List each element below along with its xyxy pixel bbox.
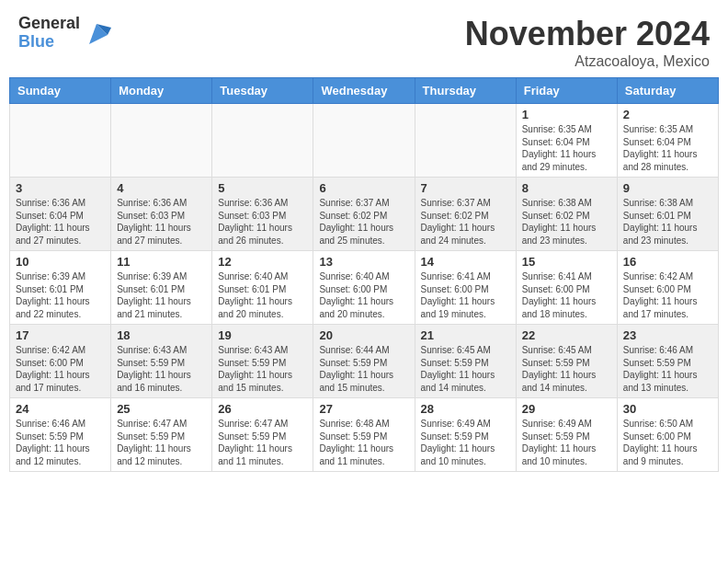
title-block: November 2024 Atzacoaloya, Mexico bbox=[465, 15, 710, 70]
day-number: 7 bbox=[421, 181, 510, 195]
table-row: 22Sunrise: 6:45 AM Sunset: 5:59 PM Dayli… bbox=[516, 325, 617, 398]
table-row: 3Sunrise: 6:36 AM Sunset: 6:04 PM Daylig… bbox=[10, 178, 111, 251]
table-row: 21Sunrise: 6:45 AM Sunset: 5:59 PM Dayli… bbox=[415, 325, 516, 398]
calendar-week-row: 24Sunrise: 6:46 AM Sunset: 5:59 PM Dayli… bbox=[10, 398, 719, 472]
day-info: Sunrise: 6:42 AM Sunset: 6:00 PM Dayligh… bbox=[623, 270, 712, 320]
day-info: Sunrise: 6:46 AM Sunset: 5:59 PM Dayligh… bbox=[16, 418, 105, 467]
table-row: 18Sunrise: 6:43 AM Sunset: 5:59 PM Dayli… bbox=[111, 325, 212, 398]
day-info: Sunrise: 6:48 AM Sunset: 5:59 PM Dayligh… bbox=[319, 418, 408, 467]
page-container: General Blue November 2024 Atzacoaloya, … bbox=[0, 0, 728, 472]
day-number: 5 bbox=[218, 181, 307, 195]
day-number: 16 bbox=[623, 255, 712, 269]
day-info: Sunrise: 6:40 AM Sunset: 6:00 PM Dayligh… bbox=[319, 270, 408, 320]
day-number: 21 bbox=[421, 328, 510, 342]
table-row bbox=[313, 104, 415, 178]
day-number: 6 bbox=[319, 181, 408, 195]
col-monday: Monday bbox=[111, 78, 212, 104]
day-number: 9 bbox=[623, 181, 712, 195]
col-wednesday: Wednesday bbox=[313, 78, 415, 104]
day-info: Sunrise: 6:46 AM Sunset: 5:59 PM Dayligh… bbox=[623, 344, 712, 394]
day-number: 29 bbox=[522, 402, 611, 416]
header: General Blue November 2024 Atzacoaloya, … bbox=[0, 0, 728, 77]
col-sunday: Sunday bbox=[10, 78, 111, 104]
day-info: Sunrise: 6:36 AM Sunset: 6:03 PM Dayligh… bbox=[218, 197, 307, 247]
day-info: Sunrise: 6:37 AM Sunset: 6:02 PM Dayligh… bbox=[421, 197, 510, 247]
logo-icon bbox=[82, 18, 111, 48]
day-number: 2 bbox=[623, 108, 712, 121]
day-number: 3 bbox=[16, 181, 105, 195]
table-row: 16Sunrise: 6:42 AM Sunset: 6:00 PM Dayli… bbox=[617, 251, 718, 325]
day-number: 20 bbox=[319, 328, 408, 342]
table-row: 1Sunrise: 6:35 AM Sunset: 6:04 PM Daylig… bbox=[516, 104, 617, 178]
logo-text: General Blue bbox=[18, 15, 80, 52]
table-row: 28Sunrise: 6:49 AM Sunset: 5:59 PM Dayli… bbox=[415, 398, 516, 472]
day-number: 24 bbox=[16, 402, 105, 416]
table-row: 7Sunrise: 6:37 AM Sunset: 6:02 PM Daylig… bbox=[415, 178, 516, 251]
day-info: Sunrise: 6:43 AM Sunset: 5:59 PM Dayligh… bbox=[218, 344, 307, 394]
table-row: 5Sunrise: 6:36 AM Sunset: 6:03 PM Daylig… bbox=[212, 178, 313, 251]
table-row: 30Sunrise: 6:50 AM Sunset: 6:00 PM Dayli… bbox=[617, 398, 718, 472]
day-number: 10 bbox=[16, 255, 105, 269]
day-number: 22 bbox=[522, 328, 611, 342]
col-tuesday: Tuesday bbox=[212, 78, 313, 104]
table-row: 11Sunrise: 6:39 AM Sunset: 6:01 PM Dayli… bbox=[111, 251, 212, 325]
calendar-week-row: 17Sunrise: 6:42 AM Sunset: 6:00 PM Dayli… bbox=[10, 325, 719, 398]
table-row bbox=[10, 104, 111, 178]
table-row: 14Sunrise: 6:41 AM Sunset: 6:00 PM Dayli… bbox=[415, 251, 516, 325]
day-info: Sunrise: 6:47 AM Sunset: 5:59 PM Dayligh… bbox=[117, 418, 206, 467]
day-info: Sunrise: 6:44 AM Sunset: 5:59 PM Dayligh… bbox=[319, 344, 408, 394]
day-number: 17 bbox=[16, 328, 105, 342]
calendar-week-row: 10Sunrise: 6:39 AM Sunset: 6:01 PM Dayli… bbox=[10, 251, 719, 325]
day-number: 27 bbox=[319, 402, 408, 416]
calendar: Sunday Monday Tuesday Wednesday Thursday… bbox=[9, 77, 719, 472]
calendar-week-row: 3Sunrise: 6:36 AM Sunset: 6:04 PM Daylig… bbox=[10, 178, 719, 251]
day-number: 8 bbox=[522, 181, 611, 195]
table-row bbox=[212, 104, 313, 178]
day-info: Sunrise: 6:38 AM Sunset: 6:02 PM Dayligh… bbox=[522, 197, 611, 247]
day-number: 30 bbox=[623, 402, 712, 416]
day-number: 28 bbox=[421, 402, 510, 416]
day-info: Sunrise: 6:41 AM Sunset: 6:00 PM Dayligh… bbox=[522, 270, 611, 320]
day-info: Sunrise: 6:47 AM Sunset: 5:59 PM Dayligh… bbox=[218, 418, 307, 467]
day-info: Sunrise: 6:49 AM Sunset: 5:59 PM Dayligh… bbox=[421, 418, 510, 467]
day-info: Sunrise: 6:42 AM Sunset: 6:00 PM Dayligh… bbox=[16, 344, 105, 394]
day-number: 1 bbox=[522, 108, 611, 121]
table-row: 17Sunrise: 6:42 AM Sunset: 6:00 PM Dayli… bbox=[10, 325, 111, 398]
table-row: 10Sunrise: 6:39 AM Sunset: 6:01 PM Dayli… bbox=[10, 251, 111, 325]
table-row: 2Sunrise: 6:35 AM Sunset: 6:04 PM Daylig… bbox=[617, 104, 718, 178]
day-number: 26 bbox=[218, 402, 307, 416]
day-info: Sunrise: 6:39 AM Sunset: 6:01 PM Dayligh… bbox=[16, 270, 105, 320]
day-number: 25 bbox=[117, 402, 206, 416]
day-info: Sunrise: 6:36 AM Sunset: 6:04 PM Dayligh… bbox=[16, 197, 105, 247]
table-row: 15Sunrise: 6:41 AM Sunset: 6:00 PM Dayli… bbox=[516, 251, 617, 325]
day-info: Sunrise: 6:45 AM Sunset: 5:59 PM Dayligh… bbox=[421, 344, 510, 394]
day-info: Sunrise: 6:40 AM Sunset: 6:01 PM Dayligh… bbox=[218, 270, 307, 320]
logo-blue: Blue bbox=[18, 33, 80, 52]
table-row bbox=[415, 104, 516, 178]
day-info: Sunrise: 6:41 AM Sunset: 6:00 PM Dayligh… bbox=[421, 270, 510, 320]
day-number: 11 bbox=[117, 255, 206, 269]
day-info: Sunrise: 6:38 AM Sunset: 6:01 PM Dayligh… bbox=[623, 197, 712, 247]
day-number: 18 bbox=[117, 328, 206, 342]
table-row: 24Sunrise: 6:46 AM Sunset: 5:59 PM Dayli… bbox=[10, 398, 111, 472]
day-number: 19 bbox=[218, 328, 307, 342]
table-row bbox=[111, 104, 212, 178]
table-row: 20Sunrise: 6:44 AM Sunset: 5:59 PM Dayli… bbox=[313, 325, 415, 398]
day-info: Sunrise: 6:43 AM Sunset: 5:59 PM Dayligh… bbox=[117, 344, 206, 394]
day-number: 15 bbox=[522, 255, 611, 269]
day-info: Sunrise: 6:35 AM Sunset: 6:04 PM Dayligh… bbox=[522, 123, 611, 173]
table-row: 25Sunrise: 6:47 AM Sunset: 5:59 PM Dayli… bbox=[111, 398, 212, 472]
table-row: 23Sunrise: 6:46 AM Sunset: 5:59 PM Dayli… bbox=[617, 325, 718, 398]
table-row: 9Sunrise: 6:38 AM Sunset: 6:01 PM Daylig… bbox=[617, 178, 718, 251]
month-title: November 2024 bbox=[465, 15, 710, 53]
table-row: 13Sunrise: 6:40 AM Sunset: 6:00 PM Dayli… bbox=[313, 251, 415, 325]
day-info: Sunrise: 6:50 AM Sunset: 6:00 PM Dayligh… bbox=[623, 418, 712, 467]
day-info: Sunrise: 6:39 AM Sunset: 6:01 PM Dayligh… bbox=[117, 270, 206, 320]
day-number: 4 bbox=[117, 181, 206, 195]
table-row: 4Sunrise: 6:36 AM Sunset: 6:03 PM Daylig… bbox=[111, 178, 212, 251]
day-number: 12 bbox=[218, 255, 307, 269]
table-row: 8Sunrise: 6:38 AM Sunset: 6:02 PM Daylig… bbox=[516, 178, 617, 251]
table-row: 6Sunrise: 6:37 AM Sunset: 6:02 PM Daylig… bbox=[313, 178, 415, 251]
calendar-week-row: 1Sunrise: 6:35 AM Sunset: 6:04 PM Daylig… bbox=[10, 104, 719, 178]
calendar-header-row: Sunday Monday Tuesday Wednesday Thursday… bbox=[10, 78, 719, 104]
